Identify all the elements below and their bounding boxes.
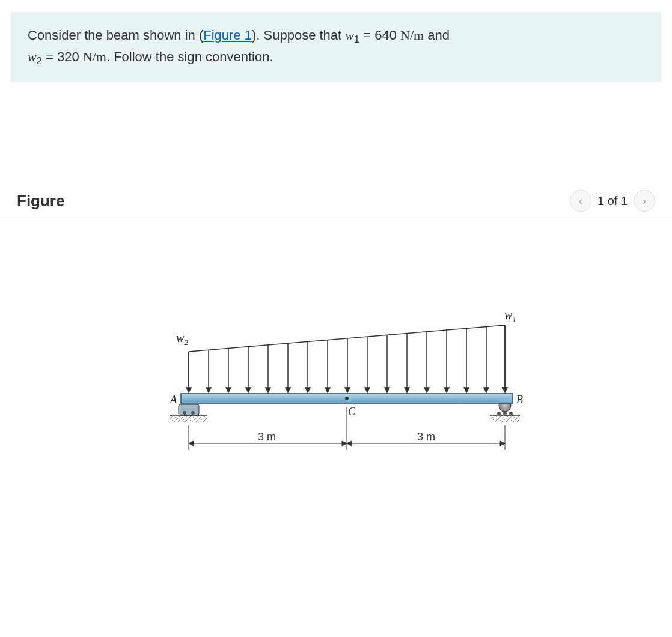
svg-marker-38 bbox=[424, 388, 429, 392]
svg-marker-26 bbox=[305, 388, 310, 392]
svg-marker-46 bbox=[502, 388, 507, 392]
svg-marker-54 bbox=[347, 441, 352, 446]
svg-marker-22 bbox=[266, 388, 270, 392]
dimension-lines bbox=[189, 407, 505, 450]
figure-link[interactable]: Figure 1 bbox=[203, 28, 252, 43]
unit-2: N/m bbox=[83, 49, 106, 64]
equals-2: = bbox=[42, 49, 57, 64]
ground-left bbox=[170, 415, 207, 422]
svg-marker-28 bbox=[325, 388, 330, 392]
page-indicator: 1 of 1 bbox=[597, 194, 628, 208]
w1-value: 640 bbox=[374, 28, 397, 43]
var-w1-sub: 1 bbox=[354, 34, 359, 44]
figure-title: Figure bbox=[17, 192, 64, 210]
var-w2-sub: 2 bbox=[37, 56, 42, 67]
ground-right bbox=[490, 415, 520, 422]
svg-rect-2 bbox=[179, 404, 199, 415]
svg-marker-51 bbox=[189, 441, 194, 446]
label-w2: w2 bbox=[176, 331, 188, 347]
problem-text-pre: Consider the beam shown in ( bbox=[28, 28, 203, 43]
unit-1: N/m bbox=[400, 28, 424, 43]
dim-right: 3 m bbox=[417, 431, 435, 443]
svg-marker-34 bbox=[385, 388, 389, 392]
figure-header: Figure ‹ 1 of 1 › bbox=[0, 190, 672, 218]
chevron-right-icon: › bbox=[643, 195, 646, 207]
svg-marker-16 bbox=[206, 388, 211, 392]
label-w1: w1 bbox=[504, 308, 516, 324]
svg-point-5 bbox=[191, 411, 195, 415]
distributed-load bbox=[186, 325, 507, 392]
svg-line-10 bbox=[189, 325, 505, 352]
svg-marker-20 bbox=[246, 388, 251, 392]
svg-marker-14 bbox=[186, 388, 191, 392]
svg-marker-32 bbox=[365, 388, 370, 392]
svg-marker-30 bbox=[345, 388, 350, 392]
label-c: C bbox=[348, 406, 356, 418]
svg-point-7 bbox=[503, 412, 507, 415]
problem-statement: Consider the beam shown in (Figure 1). S… bbox=[11, 12, 661, 82]
svg-point-4 bbox=[183, 411, 186, 415]
svg-point-8 bbox=[497, 412, 501, 415]
figure-container: w2 w1 A B C 3 m 3 m bbox=[0, 308, 672, 477]
svg-point-9 bbox=[509, 412, 513, 415]
chevron-left-icon: ‹ bbox=[579, 195, 582, 207]
point-c-marker bbox=[345, 397, 349, 400]
svg-marker-44 bbox=[484, 388, 489, 392]
var-w1: w bbox=[345, 28, 354, 43]
var-w2: w bbox=[28, 49, 37, 64]
svg-marker-24 bbox=[286, 388, 290, 392]
figure-nav: ‹ 1 of 1 › bbox=[570, 190, 655, 212]
prev-button[interactable]: ‹ bbox=[570, 190, 591, 212]
problem-text-post-link: ). Suppose that bbox=[252, 28, 345, 43]
label-b: B bbox=[516, 394, 523, 406]
follow-text: . Follow the sign convention. bbox=[106, 49, 273, 64]
beam-diagram: w2 w1 A B C 3 m 3 m bbox=[144, 308, 528, 477]
next-button[interactable]: › bbox=[634, 190, 655, 212]
equals-1: = bbox=[359, 28, 374, 43]
dim-left: 3 m bbox=[258, 431, 276, 443]
and-text: and bbox=[424, 28, 450, 43]
svg-marker-55 bbox=[500, 441, 505, 446]
svg-marker-52 bbox=[342, 441, 347, 446]
label-a: A bbox=[170, 394, 177, 406]
w2-value: 320 bbox=[57, 49, 79, 64]
svg-marker-42 bbox=[464, 388, 469, 392]
svg-marker-18 bbox=[226, 388, 231, 392]
svg-marker-40 bbox=[444, 388, 449, 392]
svg-marker-36 bbox=[405, 388, 409, 392]
